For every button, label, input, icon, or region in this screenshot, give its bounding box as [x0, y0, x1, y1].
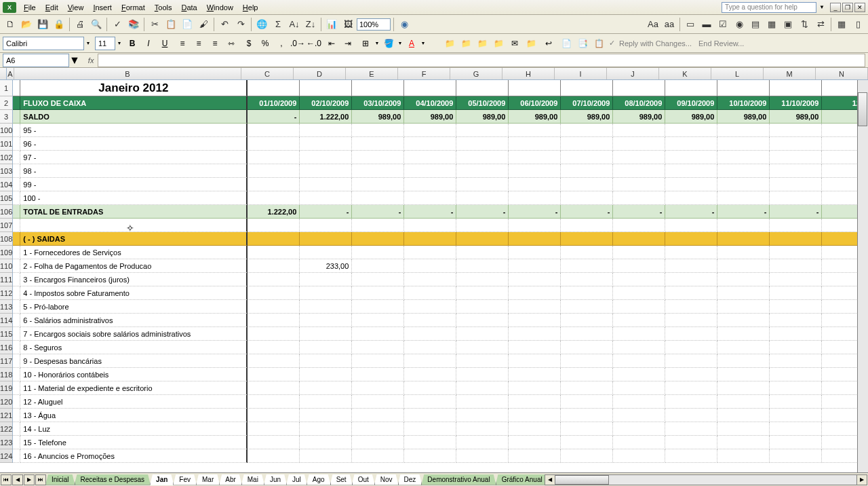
- cell[interactable]: [248, 246, 300, 259]
- cell[interactable]: [770, 232, 822, 246]
- cell[interactable]: [404, 368, 456, 381]
- cell[interactable]: 12 - Aluguel: [20, 395, 248, 409]
- col-header-C[interactable]: C: [241, 68, 294, 79]
- undo-button[interactable]: ↶: [217, 17, 232, 32]
- cell[interactable]: [13, 259, 20, 273]
- cell[interactable]: [770, 178, 822, 191]
- cell[interactable]: [717, 381, 770, 395]
- cell[interactable]: [352, 124, 404, 137]
- cell[interactable]: [717, 124, 770, 137]
- menu-file[interactable]: File: [19, 2, 41, 13]
- cell[interactable]: [13, 300, 20, 314]
- cell[interactable]: [613, 286, 665, 300]
- cell[interactable]: [613, 449, 665, 463]
- cell[interactable]: 15 - Telefone: [20, 436, 248, 449]
- cell[interactable]: [561, 314, 613, 327]
- mail-button[interactable]: ✉: [507, 36, 522, 51]
- cell[interactable]: [352, 286, 404, 300]
- cell[interactable]: [300, 300, 352, 314]
- cell[interactable]: [248, 409, 300, 422]
- cut-button[interactable]: ✂: [147, 17, 162, 32]
- col-header-G[interactable]: G: [450, 68, 502, 79]
- cell[interactable]: [20, 219, 248, 232]
- row-header-117[interactable]: 117: [0, 354, 13, 368]
- cell[interactable]: -: [665, 205, 717, 219]
- currency-button[interactable]: $: [241, 36, 256, 51]
- cell[interactable]: [300, 232, 352, 246]
- cell[interactable]: [717, 327, 770, 341]
- cell[interactable]: 98 -: [20, 164, 248, 178]
- cell[interactable]: [717, 395, 770, 409]
- cell[interactable]: [13, 96, 20, 110]
- cell[interactable]: [13, 137, 20, 151]
- cell[interactable]: [352, 449, 404, 463]
- cell[interactable]: 97 -: [20, 151, 248, 164]
- row-header-114[interactable]: 114: [0, 314, 13, 327]
- cell[interactable]: [561, 80, 613, 96]
- row-header-109[interactable]: 109: [0, 246, 13, 259]
- row-header-110[interactable]: 110: [0, 259, 13, 273]
- cell[interactable]: 09/10/2009: [665, 96, 717, 110]
- col-header-N[interactable]: N: [816, 68, 868, 79]
- cell[interactable]: 1 - Fornecedores de Serviços: [20, 246, 248, 259]
- menu-format[interactable]: Format: [117, 2, 150, 13]
- cell[interactable]: [770, 395, 822, 409]
- cell[interactable]: [770, 191, 822, 205]
- font-shrink-button[interactable]: aa: [662, 17, 677, 32]
- cell[interactable]: [770, 436, 822, 449]
- cell[interactable]: [13, 232, 20, 246]
- cell[interactable]: 989,00: [665, 110, 717, 124]
- cell[interactable]: [352, 259, 404, 273]
- cell[interactable]: 989,00: [561, 110, 613, 124]
- cell[interactable]: [717, 273, 770, 286]
- cell[interactable]: [352, 300, 404, 314]
- cell[interactable]: [509, 191, 561, 205]
- cell[interactable]: [561, 164, 613, 178]
- cell[interactable]: -: [248, 110, 300, 124]
- sheet-tab-jan[interactable]: Jan: [150, 474, 174, 485]
- paste-button[interactable]: 📄: [180, 17, 195, 32]
- row-header-123[interactable]: 123: [0, 436, 13, 449]
- cell[interactable]: [561, 273, 613, 286]
- cell[interactable]: [509, 286, 561, 300]
- cell[interactable]: [717, 219, 770, 232]
- cell[interactable]: [13, 286, 20, 300]
- cell[interactable]: [509, 137, 561, 151]
- cell[interactable]: 07/10/2009: [561, 96, 613, 110]
- cell[interactable]: [665, 409, 717, 422]
- cell[interactable]: [665, 259, 717, 273]
- cell[interactable]: [352, 151, 404, 164]
- cell[interactable]: [665, 164, 717, 178]
- cell[interactable]: [717, 246, 770, 259]
- cell[interactable]: [509, 124, 561, 137]
- sheet-tab-abr[interactable]: Abr: [219, 474, 242, 485]
- cell[interactable]: [352, 178, 404, 191]
- cell[interactable]: [717, 191, 770, 205]
- vertical-scrollbar[interactable]: [857, 80, 868, 472]
- percent-button[interactable]: %: [258, 36, 273, 51]
- cell[interactable]: [561, 137, 613, 151]
- cell[interactable]: TOTAL DE ENTRADAS: [20, 205, 248, 219]
- decrease-decimal-button[interactable]: ←.0: [307, 36, 321, 51]
- fill-color-button[interactable]: 🪣: [381, 36, 396, 51]
- cell[interactable]: 3 - Encargos Financeiros (juros): [20, 273, 248, 286]
- cell[interactable]: [509, 381, 561, 395]
- cell[interactable]: [352, 395, 404, 409]
- cell[interactable]: [613, 368, 665, 381]
- select-all-corner[interactable]: [0, 68, 7, 79]
- cell[interactable]: [300, 395, 352, 409]
- cell[interactable]: [561, 232, 613, 246]
- cell[interactable]: [404, 354, 456, 368]
- cell[interactable]: [13, 341, 20, 354]
- cell[interactable]: 989,00: [509, 110, 561, 124]
- spinner-button[interactable]: ⇅: [797, 17, 812, 32]
- cell[interactable]: -: [770, 205, 822, 219]
- research-button[interactable]: 📚: [126, 17, 141, 32]
- borders-button[interactable]: ⊞: [358, 36, 373, 51]
- cell[interactable]: [665, 368, 717, 381]
- cell[interactable]: [613, 219, 665, 232]
- cell[interactable]: [300, 436, 352, 449]
- row-header-116[interactable]: 116: [0, 341, 13, 354]
- copy-button[interactable]: 📋: [163, 17, 178, 32]
- align-center-button[interactable]: ≡: [191, 36, 206, 51]
